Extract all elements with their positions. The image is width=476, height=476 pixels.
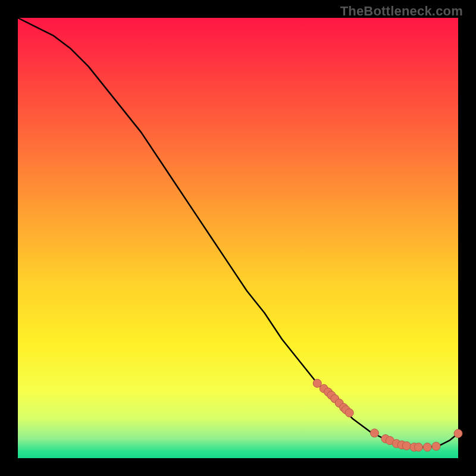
chart-canvas <box>0 0 476 476</box>
plot-background <box>18 18 458 458</box>
chart-stage: TheBottleneck.com <box>0 0 476 476</box>
watermark-text: TheBottleneck.com <box>340 4 463 19</box>
